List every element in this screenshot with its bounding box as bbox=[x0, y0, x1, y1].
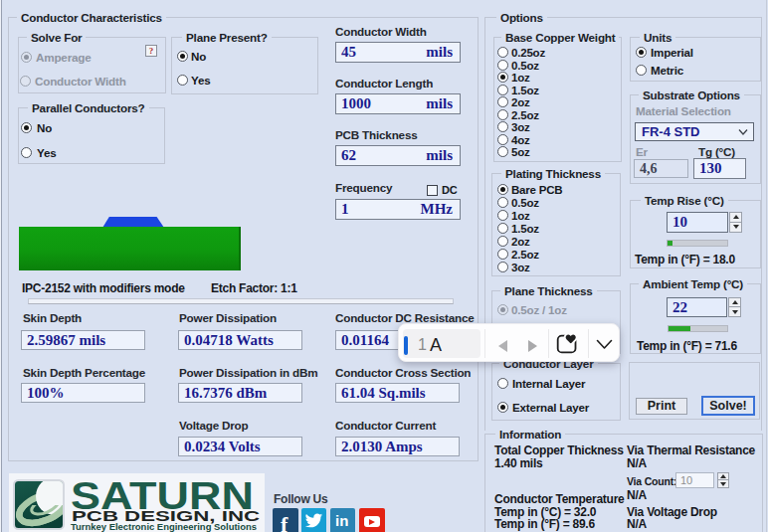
svg-text:Turnkey Electronic Engineering: Turnkey Electronic Engineering Solutions bbox=[71, 522, 257, 532]
